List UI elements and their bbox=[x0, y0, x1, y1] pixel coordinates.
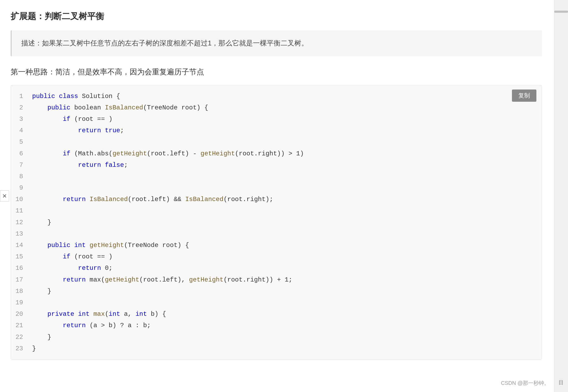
line-code: } bbox=[29, 217, 542, 228]
line-code: public int getHeight(TreeNode root) { bbox=[29, 240, 542, 251]
line-number: 8 bbox=[11, 171, 29, 182]
table-row: 5 bbox=[11, 136, 542, 148]
scroll-indicator bbox=[554, 11, 568, 13]
table-row: 14 public int getHeight(TreeNode root) { bbox=[11, 240, 542, 251]
table-row: 18 } bbox=[11, 286, 542, 297]
line-number: 3 bbox=[11, 113, 29, 125]
table-row: 23 } bbox=[11, 343, 542, 354]
line-number: 20 bbox=[11, 308, 29, 320]
line-code bbox=[29, 297, 542, 308]
code-block: 复制 1 public class Solution { 2 public bo… bbox=[11, 85, 542, 360]
line-number: 7 bbox=[11, 159, 29, 171]
table-row: 2 public boolean IsBalanced(TreeNode roo… bbox=[11, 102, 542, 113]
line-number: 17 bbox=[11, 274, 29, 286]
table-row: 16 return 0; bbox=[11, 262, 542, 274]
table-row: 3 if (root == ) bbox=[11, 113, 542, 125]
line-number: 23 bbox=[11, 343, 29, 354]
line-number: 22 bbox=[11, 331, 29, 343]
line-code: if (Math.abs(getHeight(root.left) - getH… bbox=[29, 148, 542, 159]
line-number: 11 bbox=[11, 205, 29, 216]
line-code bbox=[29, 136, 542, 148]
line-number: 21 bbox=[11, 320, 29, 331]
line-number: 5 bbox=[11, 136, 29, 148]
table-row: 11 bbox=[11, 205, 542, 216]
line-code: private int max(int a, int b) { bbox=[29, 308, 542, 320]
line-number: 9 bbox=[11, 182, 29, 194]
line-code: } bbox=[29, 331, 542, 343]
line-number: 15 bbox=[11, 251, 29, 262]
table-row: 6 if (Math.abs(getHeight(root.left) - ge… bbox=[11, 148, 542, 159]
table-row: 22 } bbox=[11, 331, 542, 343]
line-number: 18 bbox=[11, 286, 29, 297]
right-panel: 目 bbox=[554, 0, 568, 392]
description-text: 描述：如果某二叉树中任意节点的左右子树的深度相差不超过1，那么它就是一棵平衡二叉… bbox=[21, 39, 308, 47]
table-row: 19 bbox=[11, 297, 542, 308]
line-code: if (root == ) bbox=[29, 113, 542, 125]
line-code bbox=[29, 182, 542, 194]
line-number: 2 bbox=[11, 102, 29, 113]
approach-title: 第一种思路：简洁，但是效率不高，因为会重复遍历子节点 bbox=[11, 67, 542, 77]
table-row: 4 return true; bbox=[11, 125, 542, 136]
table-row: 21 return (a > b) ? a : b; bbox=[11, 320, 542, 331]
table-row: 7 return false; bbox=[11, 159, 542, 171]
table-row: 8 bbox=[11, 171, 542, 182]
description-box: 描述：如果某二叉树中任意节点的左右子树的深度相差不超过1，那么它就是一棵平衡二叉… bbox=[11, 30, 542, 56]
line-number: 12 bbox=[11, 217, 29, 228]
line-code: public class Solution { bbox=[29, 91, 542, 102]
close-icon[interactable]: × bbox=[0, 190, 9, 202]
copy-button[interactable]: 复制 bbox=[512, 90, 536, 102]
line-code: } bbox=[29, 286, 542, 297]
table-row: 9 bbox=[11, 182, 542, 194]
line-code bbox=[29, 171, 542, 182]
line-number: 4 bbox=[11, 125, 29, 136]
line-number: 10 bbox=[11, 194, 29, 205]
table-row: 1 public class Solution { bbox=[11, 91, 542, 102]
line-code: } bbox=[29, 343, 542, 354]
line-code bbox=[29, 228, 542, 240]
table-row: 17 return max(getHeight(root.left), getH… bbox=[11, 274, 542, 286]
line-number: 6 bbox=[11, 148, 29, 159]
line-number: 1 bbox=[11, 91, 29, 102]
line-code: return false; bbox=[29, 159, 542, 171]
line-number: 13 bbox=[11, 228, 29, 240]
section-title: 扩展题：判断二叉树平衡 bbox=[11, 11, 542, 22]
table-row: 13 bbox=[11, 228, 542, 240]
line-code: return (a > b) ? a : b; bbox=[29, 320, 542, 331]
table-row: 20 private int max(int a, int b) { bbox=[11, 308, 542, 320]
table-row: 10 return IsBalanced(root.left) && IsBal… bbox=[11, 194, 542, 205]
table-row: 15 if (root == ) bbox=[11, 251, 542, 262]
line-code: return 0; bbox=[29, 262, 542, 274]
line-number: 19 bbox=[11, 297, 29, 308]
code-table: 1 public class Solution { 2 public boole… bbox=[11, 91, 542, 354]
line-code: return IsBalanced(root.left) && IsBalanc… bbox=[29, 194, 542, 205]
footer-text: CSDN @那一秒钟。 bbox=[501, 380, 549, 387]
line-code: public boolean IsBalanced(TreeNode root)… bbox=[29, 102, 542, 113]
line-code: return true; bbox=[29, 125, 542, 136]
line-number: 16 bbox=[11, 262, 29, 274]
line-code: if (root == ) bbox=[29, 251, 542, 262]
line-code: return max(getHeight(root.left), getHeig… bbox=[29, 274, 542, 286]
line-code bbox=[29, 205, 542, 216]
line-number: 14 bbox=[11, 240, 29, 251]
table-row: 12 } bbox=[11, 217, 542, 228]
